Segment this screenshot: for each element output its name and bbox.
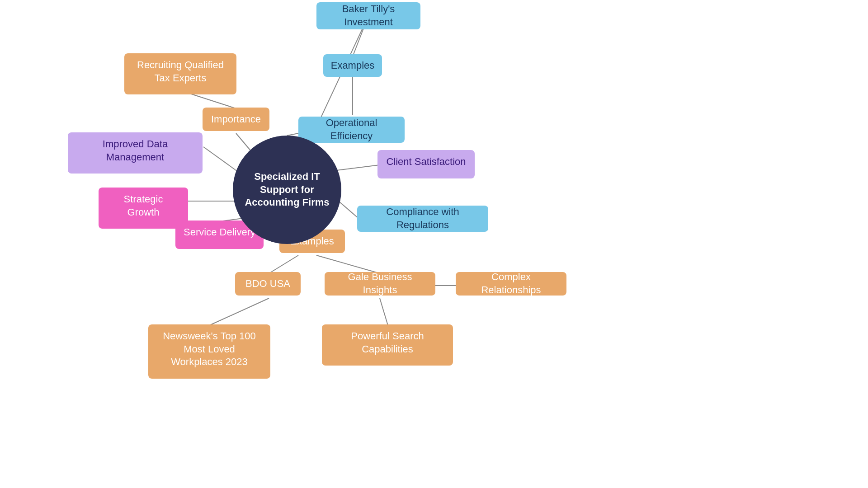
- svg-line-10: [209, 298, 269, 325]
- node-importance: Importance: [203, 108, 269, 131]
- node-improved-data: Improved Data Management: [68, 132, 203, 174]
- center-node: Specialized IT Support for Accounting Fi…: [233, 136, 341, 244]
- node-baker-tilly: Baker Tilly's Investment: [316, 2, 420, 29]
- node-complex-relationships: Complex Relationships: [456, 272, 566, 296]
- svg-line-11: [380, 298, 388, 325]
- node-bdo-usa: BDO USA: [235, 272, 301, 296]
- node-powerful-search: Powerful Search Capabilities: [322, 324, 453, 366]
- node-client-satisfaction: Client Satisfaction: [377, 150, 475, 178]
- svg-line-7: [269, 255, 298, 273]
- node-gale-business: Gale Business Insights: [325, 272, 435, 296]
- node-compliance: Compliance with Regulations: [357, 206, 488, 232]
- node-strategic-growth: Strategic Growth: [99, 188, 188, 229]
- node-examples-top: Examples: [323, 54, 382, 77]
- node-newsweek: Newsweek's Top 100 Most Loved Workplaces…: [148, 324, 270, 379]
- node-recruiting: Recruiting Qualified Tax Experts: [124, 53, 236, 94]
- node-operational-efficiency: Operational Efficiency: [298, 117, 405, 143]
